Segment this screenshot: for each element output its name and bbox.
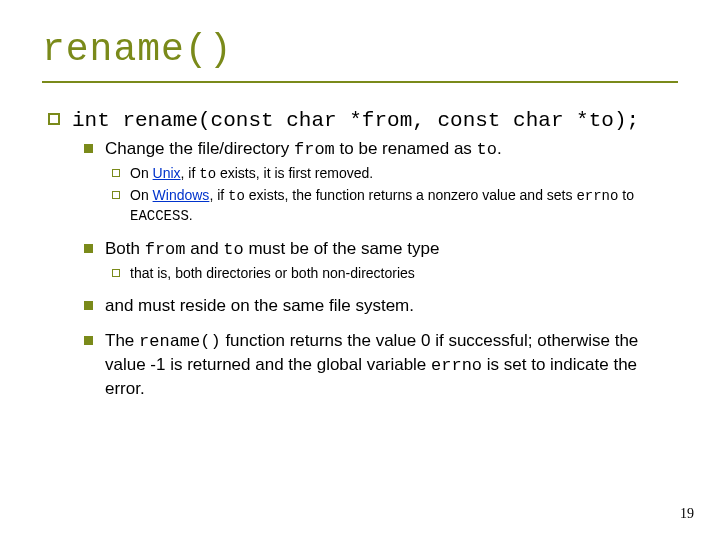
link-unix[interactable]: Unix <box>153 165 181 181</box>
square-filled-icon <box>84 244 93 253</box>
slide: rename() int rename(const char *from, co… <box>0 0 720 400</box>
square-filled-icon <box>84 301 93 310</box>
both-type-text: Both from and to must be of the same typ… <box>105 238 439 262</box>
title-underline <box>42 81 678 83</box>
square-open-icon <box>112 169 120 177</box>
bullet-windows: On Windows, if to exists, the function r… <box>112 186 678 226</box>
bullet-signature: int rename(const char *from, const char … <box>48 107 678 134</box>
return-text: The rename() function returns the value … <box>105 330 678 401</box>
page-number: 19 <box>680 506 694 522</box>
square-open-icon <box>112 191 120 199</box>
slide-title: rename() <box>42 28 678 71</box>
both-dir-text: that is, both directories or both non-di… <box>130 264 415 283</box>
change-text: Change the file/directory from to be ren… <box>105 138 502 162</box>
unix-text: On Unix, if to exists, it is first remov… <box>130 164 373 184</box>
square-open-icon <box>48 113 60 125</box>
bullet-change: Change the file/directory from to be ren… <box>84 138 678 162</box>
square-filled-icon <box>84 144 93 153</box>
bullet-both-dir: that is, both directories or both non-di… <box>112 264 678 283</box>
slide-content: int rename(const char *from, const char … <box>42 107 678 400</box>
bullet-both-type: Both from and to must be of the same typ… <box>84 238 678 262</box>
same-fs-text: and must reside on the same file system. <box>105 295 414 318</box>
signature-text: int rename(const char *from, const char … <box>72 107 639 134</box>
windows-text: On Windows, if to exists, the function r… <box>130 186 678 226</box>
bullet-return: The rename() function returns the value … <box>84 330 678 401</box>
square-filled-icon <box>84 336 93 345</box>
link-windows[interactable]: Windows <box>153 187 210 203</box>
bullet-same-fs: and must reside on the same file system. <box>84 295 678 318</box>
square-open-icon <box>112 269 120 277</box>
bullet-unix: On Unix, if to exists, it is first remov… <box>112 164 678 184</box>
